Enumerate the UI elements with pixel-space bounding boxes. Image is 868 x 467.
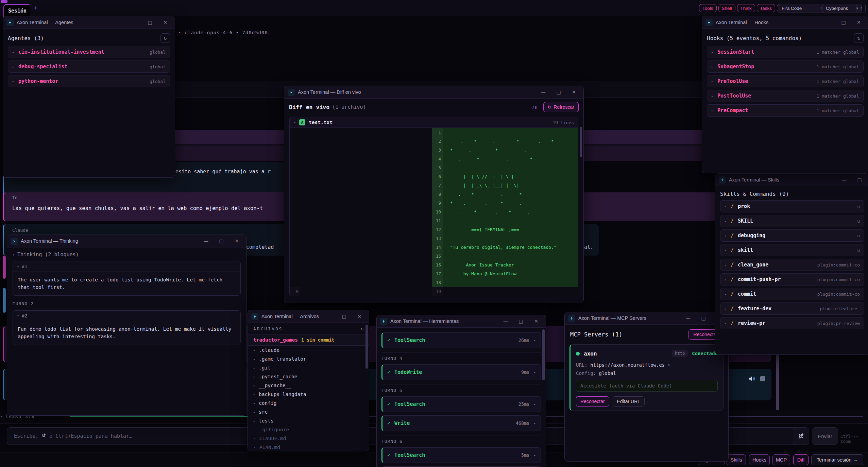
expand-icon[interactable]: ▸ — [253, 384, 255, 387]
tool-call-card[interactable]: ✓ToolSearch25ms▸ — [381, 396, 541, 412]
expand-icon[interactable]: ▸ — [253, 366, 255, 370]
expand-icon[interactable]: ▸ — [12, 80, 14, 83]
expand-icon[interactable]: ▸ — [725, 205, 727, 208]
file-item[interactable]: ·CLAUDE.md — [248, 434, 369, 443]
edit-url-button[interactable]: Editar URL — [613, 396, 645, 407]
topbar-button-shell[interactable]: Shell — [718, 4, 735, 12]
agent-item[interactable]: ▸cio-institutional-investmentglobal — [8, 46, 170, 58]
hook-item[interactable]: ▸PreToolUse1 matcher global — [707, 75, 864, 87]
folder-item[interactable]: ▸__pycache__ — [248, 381, 369, 390]
expand-icon[interactable]: ▸ — [725, 263, 727, 267]
tool-call-card[interactable]: ✓Write468ms▸ — [381, 415, 541, 431]
mic-button[interactable] — [793, 427, 809, 445]
skill-item[interactable]: ▸/proku — [720, 200, 864, 212]
close-icon[interactable]: ✕ — [231, 238, 243, 244]
font-select[interactable]: Fira Code ▾ — [778, 4, 827, 13]
expand-icon[interactable]: ▸ — [725, 278, 727, 281]
expand-icon[interactable]: ▸ — [725, 307, 727, 311]
speaker-icon[interactable] — [747, 374, 756, 383]
skill-item[interactable]: ▸/skillu — [720, 244, 864, 256]
hook-item[interactable]: ▸PostToolUse1 matcher global — [707, 90, 864, 102]
skill-item[interactable]: ▸/clean_goneplugin:commit-co — [720, 259, 864, 271]
minimize-icon[interactable]: — — [822, 20, 834, 25]
expand-icon[interactable]: ▸ — [253, 375, 255, 379]
refresh-icon[interactable]: ↻ — [160, 33, 170, 43]
maximize-icon[interactable]: □ — [552, 89, 565, 95]
skill-item[interactable]: ▸/feature-devplugin:feature- — [720, 302, 864, 315]
minimize-icon[interactable]: — — [682, 315, 694, 321]
expand-icon[interactable]: ▸ — [1, 414, 3, 418]
tools-scrollbar[interactable] — [542, 329, 545, 380]
expand-icon[interactable]: ▸ — [253, 357, 255, 361]
end-session-button[interactable]: Terminar sesión → — [811, 454, 863, 465]
folder-item[interactable]: ▸.pytest_cache — [248, 372, 369, 381]
files-scrollbar[interactable] — [365, 325, 368, 369]
window-titlebar[interactable]: Axon Terminal — Thinking — □ ✕ — [7, 235, 246, 247]
tool-call-card[interactable]: ✓ToolSearch5ms▸ — [381, 447, 541, 463]
close-icon[interactable]: ✕ — [159, 20, 171, 25]
diff-file-header[interactable]: ▾ A test.txt 19 lines — [290, 117, 578, 128]
collapse-icon[interactable]: ▾ — [17, 265, 19, 269]
skill-item[interactable]: ▸/commit-push-prplugin:commit-co — [720, 273, 864, 286]
help-button[interactable]: ? — [856, 4, 866, 13]
footer-button-mcp[interactable]: MCP — [772, 454, 790, 465]
collapse-icon[interactable]: ▾ — [294, 121, 296, 124]
minimize-icon[interactable]: — — [323, 314, 335, 319]
maximize-icon[interactable]: □ — [697, 315, 710, 321]
skill-item[interactable]: ▸/review-prplugin:pr-review — [720, 317, 864, 329]
expand-icon[interactable]: ▸ — [711, 109, 713, 113]
expand-icon[interactable]: ▸ — [533, 370, 536, 375]
tool-call-card[interactable]: ✓ToolSearch26ms▸ — [381, 332, 541, 348]
expand-icon[interactable]: ▸ — [533, 402, 536, 407]
expand-icon[interactable]: ▸ — [725, 219, 727, 223]
window-titlebar[interactable]: Axon Terminal — Archivos — □ ✕ — [248, 310, 369, 323]
expand-icon[interactable]: ▸ — [12, 50, 14, 54]
minimize-icon[interactable]: — — [838, 177, 850, 183]
topbar-button-tools[interactable]: Tools — [699, 4, 717, 12]
folder-item[interactable]: ▸src — [248, 408, 369, 416]
close-icon[interactable]: ✕ — [530, 318, 542, 324]
expand-icon[interactable]: ▸ — [725, 292, 727, 296]
collapse-icon[interactable]: ▾ — [13, 253, 15, 257]
expand-icon[interactable]: ▸ — [253, 393, 255, 396]
thinking-block-header[interactable]: ▾#1 — [13, 261, 240, 272]
refresh-icon[interactable]: ↻ — [854, 33, 864, 43]
expand-icon[interactable]: ▸ — [533, 421, 536, 426]
close-icon[interactable]: ✕ — [353, 314, 365, 319]
tool-call-card[interactable]: ✓TodoWrite9ms▸ — [381, 364, 541, 380]
refresh-button[interactable]: ↻ Refrescar — [543, 102, 579, 112]
chat-scrollbar[interactable] — [776, 353, 779, 413]
minimize-icon[interactable]: — — [129, 20, 141, 25]
collapse-icon[interactable]: ▾ — [17, 314, 19, 317]
maximize-icon[interactable]: □ — [144, 20, 156, 25]
footer-button-skills[interactable]: Skills — [727, 454, 746, 465]
maximize-icon[interactable]: □ — [338, 314, 350, 319]
window-titlebar[interactable]: Axon Terminal — Diff en vivo — □ ✕ — [284, 86, 583, 99]
folder-item[interactable]: ▸.git — [248, 363, 369, 372]
hook-item[interactable]: ▸PreCompact1 matcher global — [707, 104, 864, 117]
hook-item[interactable]: ▸SubagentStop1 matcher global — [707, 60, 864, 73]
folder-item[interactable]: ▸.game_translator — [248, 354, 369, 363]
topbar-button-tasks[interactable]: Tasks — [757, 4, 776, 12]
minimize-icon[interactable]: — — [499, 318, 512, 324]
agent-item[interactable]: ▸debug-specialistglobal — [8, 60, 170, 73]
close-icon[interactable]: ✕ — [853, 20, 865, 25]
close-icon[interactable]: ✕ — [568, 89, 580, 95]
expand-icon[interactable]: ▸ — [725, 322, 727, 325]
file-item[interactable]: ·PLAN.md — [248, 443, 369, 451]
expand-icon[interactable]: ▸ — [253, 410, 255, 414]
expand-icon[interactable]: ▸ — [711, 50, 713, 54]
maximize-icon[interactable]: □ — [837, 20, 850, 25]
thinking-block-header[interactable]: ▾#2 — [13, 311, 240, 321]
maximize-icon[interactable]: □ — [515, 318, 527, 324]
expand-icon[interactable]: ▸ — [711, 65, 713, 69]
footer-button-diff[interactable]: Diff — [793, 454, 809, 465]
skill-item[interactable]: ▸/commitplugin:commit-co — [720, 288, 864, 300]
expand-icon[interactable]: ▸ — [12, 65, 14, 69]
reconnect-button[interactable]: Reconectar — [576, 396, 609, 407]
expand-icon[interactable]: ▸ — [725, 234, 727, 238]
window-titlebar[interactable]: Axon Terminal — Agentes — □ ✕ — [3, 16, 175, 29]
diff-scrollbar[interactable] — [580, 127, 582, 157]
skill-item[interactable]: ▸/debuggingu — [720, 229, 864, 242]
send-button[interactable]: Enviar — [812, 427, 838, 445]
